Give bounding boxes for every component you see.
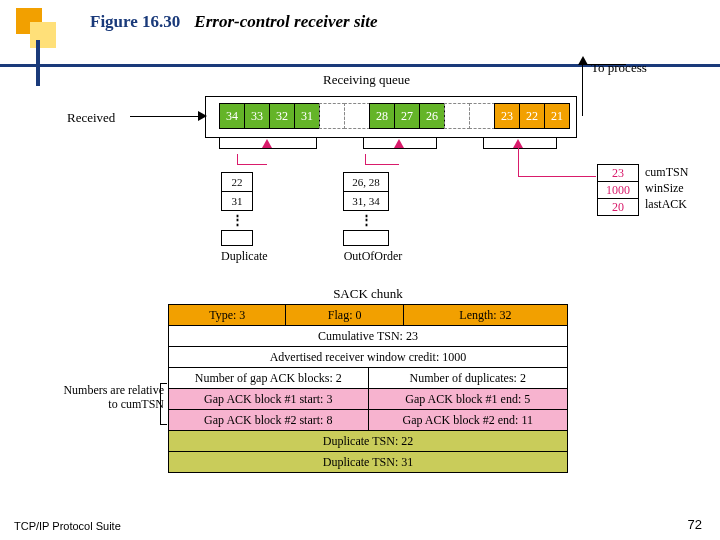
sack-label: SACK chunk [168,286,568,302]
ooo-cell: 31, 34 [343,191,389,211]
queue-cell: 26 [419,103,445,129]
param-name: cumTSN [645,164,688,180]
sack-flag: Flag: 0 [286,305,403,325]
page-number: 72 [688,517,702,532]
sack-chunk-table: SACK chunk Type: 3 Flag: 0 Length: 32 Cu… [168,286,568,473]
sack-length: Length: 32 [404,305,567,325]
figure-label: Figure 16.30 [90,12,180,32]
queue-cell: 28 [369,103,395,129]
queue-gap [469,103,495,129]
sack-gap2-end: Gap ACK block #2 end: 11 [369,410,568,430]
sack-gap-count: Number of gap ACK blocks: 2 [169,368,369,388]
arrow-up-icon [394,139,404,148]
bracket-icon [160,383,167,425]
queue-cell: 27 [394,103,420,129]
arrow-up-icon [513,139,523,148]
ooo-cell: 26, 28 [343,172,389,192]
param-value: 23 [598,165,638,182]
queue-cell: 21 [544,103,570,129]
sack-dup-count: Number of duplicates: 2 [369,368,568,388]
queue-cell: 33 [244,103,270,129]
sack-cumulative: Cumulative TSN: 23 [169,326,567,346]
relative-note: Numbers are relative to cumTSN [54,384,164,412]
param-box: 23 1000 20 cumTSN winSize lastACK [597,164,688,216]
outoforder-label: OutOfOrder [333,249,413,264]
queue-cell: 23 [494,103,520,129]
queue-gap [344,103,370,129]
dup-cell: 31 [221,191,253,211]
slide-decoration [0,0,70,80]
sack-gap2-start: Gap ACK block #2 start: 8 [169,410,369,430]
sack-gap1-start: Gap ACK block #1 start: 3 [169,389,369,409]
queue-cell: 22 [519,103,545,129]
sack-type: Type: 3 [169,305,286,325]
sack-gap1-end: Gap ACK block #1 end: 5 [369,389,568,409]
duplicate-label: Duplicate [221,249,253,264]
param-value: 20 [598,199,638,215]
receiving-queue-label: Receiving queue [323,72,410,88]
param-value: 1000 [598,182,638,199]
param-name: lastACK [645,196,688,212]
queue-cell: 31 [294,103,320,129]
vertical-ellipsis-icon: ⋮ [343,210,389,230]
queue-gap [319,103,345,129]
sack-adv-window: Advertised receiver window credit: 1000 [169,347,567,367]
sack-dup2: Duplicate TSN: 31 [169,452,567,472]
queue-cell: 34 [219,103,245,129]
to-process-label: To process [591,60,647,76]
figure-caption: Error-control receiver site [194,12,377,32]
queue-cell: 32 [269,103,295,129]
figure-title: Figure 16.30 Error-control receiver site [90,12,378,32]
arrow-up-icon [262,139,272,148]
duplicate-queue: 22 31 ⋮ Duplicate [221,172,253,264]
vertical-ellipsis-icon: ⋮ [221,210,253,230]
dup-cell: 22 [221,172,253,192]
sack-dup1: Duplicate TSN: 22 [169,431,567,451]
param-name: winSize [645,180,688,196]
footer-text: TCP/IP Protocol Suite [14,520,121,532]
received-label: Received [67,110,115,126]
queue-diagram: Receiving queue To process Received 34 3… [55,76,665,286]
queue-gap [444,103,470,129]
outoforder-queue: 26, 28 31, 34 ⋮ OutOfOrder [343,172,389,264]
arrow-up-icon [578,56,588,65]
